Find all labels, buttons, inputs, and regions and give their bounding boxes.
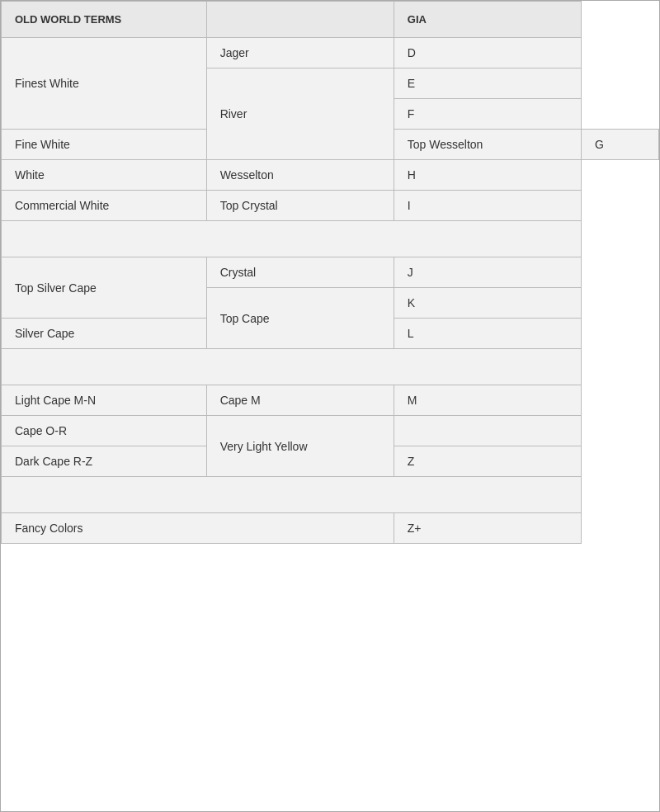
table-row: Top Silver Cape Crystal J <box>2 257 659 288</box>
cell-top-cape: Top Cape <box>206 288 394 349</box>
table-row: Finest White Jager D <box>2 38 659 68</box>
spacer-row <box>2 221 659 257</box>
cell-gia-h: H <box>394 160 581 191</box>
cell-gia-l: L <box>394 319 581 349</box>
cell-top-wesselton: Top Wesselton <box>394 130 581 160</box>
cell-top-silver-cape: Top Silver Cape <box>2 257 207 319</box>
cell-gia-j: J <box>394 257 581 288</box>
cell-river: River <box>206 68 394 160</box>
cell-jager: Jager <box>206 38 394 68</box>
spacer-2 <box>2 349 582 385</box>
cell-gia-e: E <box>394 68 581 99</box>
cell-crystal: Crystal <box>206 257 394 288</box>
cell-cape-or: Cape O-R <box>2 416 207 446</box>
cell-top-crystal: Top Crystal <box>206 191 394 221</box>
cell-gia-d: D <box>394 38 581 68</box>
cell-gia-empty <box>394 416 581 446</box>
cell-gia-zplus: Z+ <box>394 513 581 544</box>
cell-dark-cape: Dark Cape R-Z <box>2 446 207 477</box>
cell-commercial-white: Commercial White <box>2 191 207 221</box>
header-mid <box>206 2 394 38</box>
header-gia: GIA <box>394 2 581 38</box>
cell-fine-white: Fine White <box>2 130 207 160</box>
cell-gia-g: G <box>581 130 658 160</box>
spacer-row-3 <box>2 477 659 513</box>
table-row: White Wesselton H <box>2 160 659 191</box>
spacer-3 <box>2 477 582 513</box>
table-row: Commercial White Top Crystal I <box>2 191 659 221</box>
header-row: OLD WORLD TERMS GIA <box>2 2 659 38</box>
cell-wesselton: Wesselton <box>206 160 394 191</box>
spacer-1 <box>2 221 582 257</box>
cell-gia-i: I <box>394 191 581 221</box>
cell-light-cape: Light Cape M-N <box>2 385 207 416</box>
cell-gia-f: F <box>394 99 581 130</box>
cell-fancy-colors: Fancy Colors <box>2 513 394 544</box>
spacer-row-2 <box>2 349 659 385</box>
cell-cape-m: Cape M <box>206 385 394 416</box>
table-row: Cape O-R Very Light Yellow <box>2 416 659 446</box>
table-row: Light Cape M-N Cape M M <box>2 385 659 416</box>
cell-very-light-yellow: Very Light Yellow <box>206 416 394 477</box>
main-table-container: OLD WORLD TERMS GIA Finest White Jager D… <box>0 0 660 812</box>
cell-gia-m: M <box>394 385 581 416</box>
cell-white: White <box>2 160 207 191</box>
cell-gia-k: K <box>394 288 581 319</box>
table-row: Fancy Colors Z+ <box>2 513 659 544</box>
cell-finest-white: Finest White <box>2 38 207 130</box>
cell-gia-z: Z <box>394 446 581 477</box>
cell-silver-cape: Silver Cape <box>2 319 207 349</box>
header-old-world: OLD WORLD TERMS <box>2 2 207 38</box>
